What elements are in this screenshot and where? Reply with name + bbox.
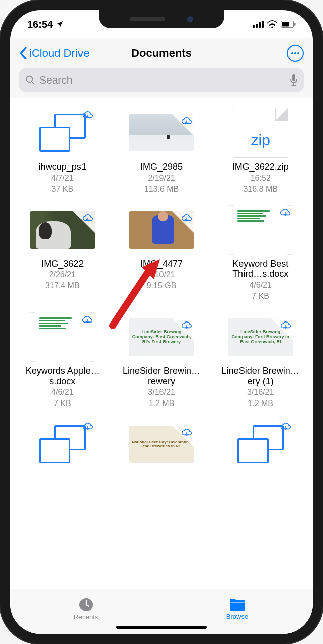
home-indicator[interactable] — [116, 626, 207, 629]
file-date: 2/26/21 — [49, 270, 76, 280]
file-name: Keywords Apple…s.docx — [22, 366, 103, 386]
zip-thumbnail: zip — [228, 108, 293, 157]
file-item[interactable]: IMG_4477 3/10/21 9.15 GB — [113, 202, 210, 304]
status-time: 16:54 — [27, 19, 53, 30]
file-item[interactable]: LineSider Brewing Company: First Brewery… — [212, 309, 309, 412]
file-item[interactable]: Keyword Best Third…s.docx 4/6/21 7 KB — [212, 202, 309, 304]
chevron-left-icon — [19, 47, 27, 59]
file-name: ihwcup_ps1 — [39, 162, 87, 172]
cloud-download-icon — [181, 116, 193, 128]
svg-rect-5 — [282, 22, 289, 27]
files-grid-area[interactable]: ihwcup_ps1 4/7/21 37 KB IMG_2985 2/19/21… — [10, 98, 313, 589]
file-date: 3/16/21 — [148, 387, 175, 397]
cloud-download-icon — [279, 207, 291, 219]
file-size: 317.4 MB — [45, 281, 79, 291]
svg-rect-1 — [256, 24, 258, 28]
file-item[interactable]: zipIMG_3622.zip 16:52 316.8 MB — [212, 105, 309, 197]
file-name: Keyword Best Third…s.docx — [220, 259, 301, 279]
file-item[interactable]: ihwcup_ps1 4/7/21 37 KB — [14, 105, 111, 197]
file-item[interactable] — [212, 417, 309, 472]
file-size: 316.8 MB — [243, 184, 277, 194]
file-stack-thumbnail — [30, 420, 95, 469]
file-size: 113.6 MB — [144, 184, 179, 194]
more-options-button[interactable] — [287, 45, 304, 62]
microphone-icon[interactable] — [290, 74, 298, 86]
file-date: 3/16/21 — [247, 387, 274, 397]
file-name: IMG_3622.zip — [232, 162, 289, 172]
image-thumbnail — [30, 211, 95, 249]
image-thumbnail: National Beer Day: Celebrating the Brewe… — [129, 426, 194, 463]
wifi-icon — [267, 20, 278, 28]
file-date: 4/7/21 — [51, 173, 73, 183]
file-date: 16:52 — [251, 173, 271, 183]
svg-line-11 — [32, 82, 34, 84]
cloud-download-icon — [280, 320, 292, 332]
search-icon — [25, 75, 35, 85]
svg-point-9 — [297, 52, 299, 54]
file-size: 7 KB — [252, 291, 269, 301]
svg-point-7 — [291, 52, 293, 54]
svg-point-8 — [294, 52, 296, 54]
cloud-download-icon — [181, 427, 193, 439]
document-thumbnail — [228, 205, 293, 255]
file-item[interactable]: LineSider Brewing Company: East Greenwic… — [113, 309, 210, 412]
file-date: 2/19/21 — [148, 173, 175, 183]
svg-rect-15 — [230, 602, 245, 603]
file-size: 9.15 GB — [147, 281, 177, 291]
back-label: iCloud Drive — [29, 47, 90, 60]
file-name: IMG_2985 — [140, 162, 183, 172]
file-stack-thumbnail — [228, 420, 293, 469]
svg-rect-3 — [262, 21, 264, 28]
speaker-grill — [130, 17, 165, 21]
tab-browse[interactable]: Browse — [162, 589, 313, 629]
file-item[interactable]: Keywords Apple…s.docx 4/6/21 7 KB — [14, 309, 111, 412]
document-thumbnail — [30, 312, 95, 362]
device-frame: 16:54 iCloud Drive Documents — [0, 0, 323, 644]
file-date: 4/6/21 — [51, 387, 73, 397]
clock-icon — [78, 597, 94, 612]
app-content: iCloud Drive Documents i — [10, 38, 313, 634]
file-stack-thumbnail — [30, 108, 95, 157]
cloud-download-icon — [82, 213, 94, 225]
file-size: 37 KB — [52, 184, 74, 194]
cloud-download-icon — [181, 320, 193, 332]
file-name: IMG_3622 — [41, 259, 84, 269]
notch — [99, 10, 224, 28]
fade-overlay — [10, 571, 313, 589]
search-bar-container — [10, 68, 313, 98]
battery-icon — [281, 21, 296, 28]
cloud-download-icon — [181, 213, 193, 225]
file-size: 1.2 MB — [149, 398, 175, 409]
navigation-bar: iCloud Drive Documents — [10, 38, 313, 68]
folder-icon — [229, 598, 246, 612]
file-name: IMG_4477 — [140, 259, 183, 269]
file-item[interactable] — [14, 417, 111, 472]
ellipsis-icon — [291, 52, 300, 55]
cloud-download-icon — [82, 110, 94, 122]
svg-rect-6 — [294, 23, 296, 26]
file-item[interactable]: IMG_3622 2/26/21 317.4 MB — [14, 202, 111, 304]
cellular-signal-icon — [253, 21, 264, 28]
cloud-download-icon — [82, 421, 94, 433]
file-item[interactable]: IMG_2985 2/19/21 113.6 MB — [113, 105, 210, 197]
tab-recents[interactable]: Recents — [10, 589, 162, 629]
screen: 16:54 iCloud Drive Documents — [10, 10, 313, 634]
image-thumbnail — [129, 114, 194, 151]
svg-rect-2 — [259, 22, 261, 28]
search-input[interactable] — [39, 74, 286, 86]
tab-browse-label: Browse — [226, 613, 248, 620]
front-camera — [187, 16, 193, 22]
file-name: LineSider Brewin…rewery — [121, 366, 202, 386]
image-thumbnail: LineSider Brewing Company: East Greenwic… — [129, 318, 194, 356]
svg-rect-12 — [292, 74, 295, 81]
back-button[interactable]: iCloud Drive — [19, 47, 90, 60]
file-date: 4/6/21 — [249, 280, 271, 290]
tab-recents-label: Recents — [74, 613, 98, 621]
image-thumbnail — [129, 211, 194, 249]
page-title: Documents — [131, 47, 192, 60]
file-size: 1.2 MB — [248, 398, 273, 409]
search-field[interactable] — [19, 68, 304, 92]
file-size: 7 KB — [54, 398, 71, 409]
file-item[interactable]: National Beer Day: Celebrating the Brewe… — [113, 417, 210, 472]
cloud-download-icon — [280, 421, 292, 433]
